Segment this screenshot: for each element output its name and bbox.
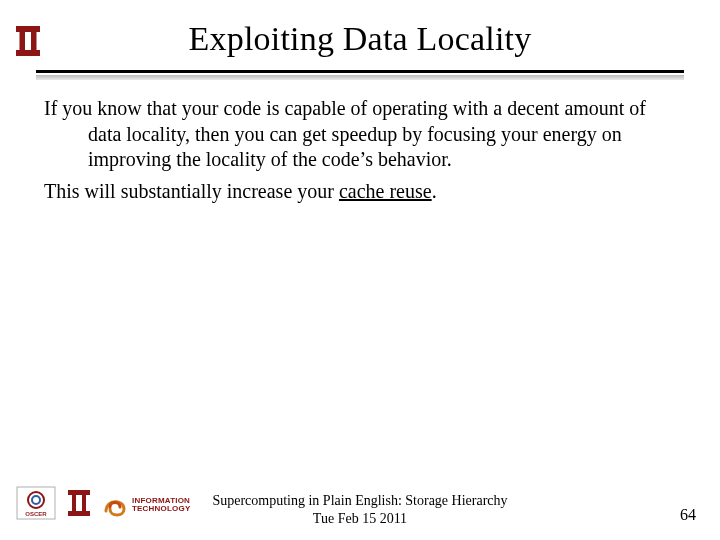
- page-number: 64: [680, 506, 696, 524]
- it-logo-text: INFORMATION TECHNOLOGY: [132, 497, 190, 513]
- paragraph-2: This will substantially increase your ca…: [44, 179, 676, 205]
- footer-logos: OSCER INFORMATION TECHNOLOGY: [16, 486, 190, 524]
- ou-logo-small-icon: [66, 486, 92, 524]
- svg-text:OSCER: OSCER: [25, 511, 47, 517]
- oscer-logo-icon: OSCER: [16, 486, 56, 524]
- it-swirl-icon: [102, 491, 128, 519]
- paragraph-1: If you know that your code is capable of…: [44, 96, 676, 173]
- paragraph-2-suffix: .: [432, 180, 437, 202]
- paragraph-2-prefix: This will substantially increase your: [44, 180, 339, 202]
- it-logo: INFORMATION TECHNOLOGY: [102, 491, 190, 519]
- slide-footer: OSCER INFORMATION TECHNOLOGY Supe: [0, 492, 720, 528]
- it-line2: TECHNOLOGY: [132, 505, 190, 513]
- title-rule: [36, 70, 684, 80]
- slide-body: If you know that your code is capable of…: [0, 80, 720, 204]
- slide-title: Exploiting Data Locality: [0, 20, 720, 58]
- paragraph-1-text: If you know that your code is capable of…: [44, 97, 646, 170]
- slide-header: Exploiting Data Locality: [0, 0, 720, 80]
- slide: Exploiting Data Locality If you know tha…: [0, 0, 720, 540]
- ou-logo-icon: [12, 20, 44, 66]
- paragraph-2-underlined: cache reuse: [339, 180, 432, 202]
